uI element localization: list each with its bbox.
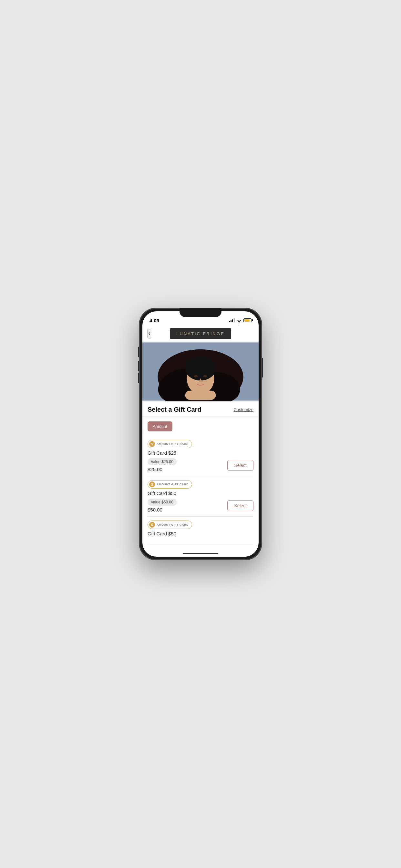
svg-point-5 bbox=[185, 356, 216, 381]
gift-card-row-1: Value $25.00 $25.00 Select bbox=[148, 458, 253, 472]
gift-card-name-1: Gift Card $25 bbox=[148, 450, 253, 456]
battery-icon bbox=[243, 318, 251, 322]
gift-card-badge-3: $ AMOUNT GIFT CARD bbox=[148, 521, 192, 529]
gift-card-name-2: Gift Card $50 bbox=[148, 491, 253, 496]
badge-icon-3: $ bbox=[149, 522, 155, 528]
status-time: 4:09 bbox=[150, 318, 159, 323]
home-indicator bbox=[143, 550, 258, 557]
status-icons bbox=[229, 318, 251, 322]
brand-name: LUNATIC FRINGE bbox=[176, 331, 224, 336]
gift-card-name-3: Gift Card $50 bbox=[148, 531, 253, 536]
content-area: Select a Gift Card Customize Amount $ AM… bbox=[143, 401, 258, 550]
battery-fill bbox=[244, 319, 250, 321]
wifi-icon bbox=[237, 319, 242, 322]
gift-card-item-3: $ AMOUNT GIFT CARD Gift Card $50 bbox=[148, 517, 253, 543]
brand-logo: LUNATIC FRINGE bbox=[170, 328, 231, 339]
signal-icon bbox=[229, 318, 235, 322]
back-button[interactable]: ‹ bbox=[148, 329, 151, 338]
badge-icon-2: $ bbox=[149, 482, 155, 487]
phone-screen: 4:09 ‹ LUNAT bbox=[143, 311, 258, 557]
select-button-2[interactable]: Select bbox=[227, 500, 253, 511]
gift-card-badge-1: $ AMOUNT GIFT CARD bbox=[148, 440, 192, 448]
gift-card-row-2: Value $50.00 $50.00 Select bbox=[148, 499, 253, 513]
badge-icon-1: $ bbox=[149, 441, 155, 447]
hero-image bbox=[143, 342, 258, 401]
select-button-1[interactable]: Select bbox=[227, 460, 253, 471]
page-title-row: Select a Gift Card Customize bbox=[148, 401, 253, 416]
value-badge-2: Value $50.00 bbox=[148, 499, 177, 506]
home-bar bbox=[183, 553, 218, 554]
tab-amount[interactable]: Amount bbox=[148, 422, 173, 431]
gift-card-badge-2: $ AMOUNT GIFT CARD bbox=[148, 480, 192, 489]
notch bbox=[180, 308, 221, 317]
gift-card-left-2: Value $50.00 $50.00 bbox=[148, 499, 177, 513]
app-header: ‹ LUNATIC FRINGE bbox=[143, 326, 258, 342]
gift-card-price-1: $25.00 bbox=[148, 467, 177, 472]
badge-text-3: AMOUNT GIFT CARD bbox=[157, 523, 189, 526]
svg-point-6 bbox=[194, 375, 197, 377]
badge-text-2: AMOUNT GIFT CARD bbox=[157, 483, 189, 486]
gift-card-item-2: $ AMOUNT GIFT CARD Gift Card $50 Value $… bbox=[148, 476, 253, 517]
svg-rect-8 bbox=[185, 391, 216, 400]
filter-tabs: Amount bbox=[148, 417, 253, 436]
gift-card-left-1: Value $25.00 $25.00 bbox=[148, 458, 177, 472]
phone-device: 4:09 ‹ LUNAT bbox=[139, 308, 262, 560]
badge-text-1: AMOUNT GIFT CARD bbox=[157, 442, 189, 445]
gift-card-item: $ AMOUNT GIFT CARD Gift Card $25 Value $… bbox=[148, 436, 253, 476]
customize-link[interactable]: Customize bbox=[234, 407, 253, 412]
page-title: Select a Gift Card bbox=[148, 406, 202, 413]
gift-card-price-2: $50.00 bbox=[148, 507, 177, 513]
value-badge-1: Value $25.00 bbox=[148, 458, 177, 465]
svg-point-7 bbox=[204, 375, 207, 377]
